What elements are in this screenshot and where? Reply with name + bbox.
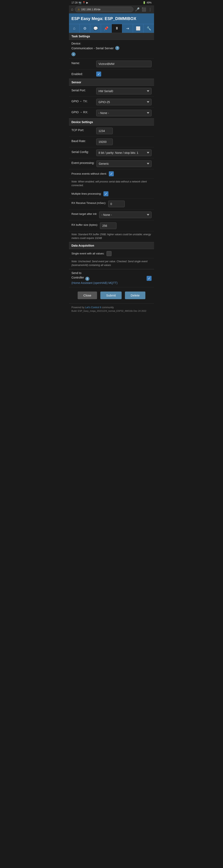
- enabled-checkbox[interactable]: ✓: [96, 71, 101, 76]
- close-button[interactable]: Close: [78, 291, 97, 299]
- name-value[interactable]: [96, 61, 151, 67]
- nav-tab-controllers[interactable]: 💬: [90, 24, 101, 33]
- warning-icon: ⚠: [78, 8, 80, 11]
- nav-tab-config[interactable]: ⚙: [80, 24, 90, 33]
- delete-button[interactable]: Delete: [125, 291, 145, 299]
- send-to-block: Send to Controller ℹ (Home Assistant (op…: [69, 269, 154, 287]
- nav-tab-tasks[interactable]: ⏸: [112, 24, 122, 33]
- action-buttons: Close Submit Delete: [69, 287, 154, 303]
- device-label: Device:: [72, 42, 151, 45]
- controller-checkbox[interactable]: ✓: [147, 276, 151, 281]
- process-events-row: Process events without client: ✓: [69, 169, 154, 179]
- footer-build: Build: ESP_Easy_mega_20221224_normal_ESP…: [72, 310, 151, 312]
- main-content: Task Settings Device: Communication - Se…: [69, 33, 154, 315]
- device-name-text: Communication - Serial Server: [72, 46, 114, 50]
- process-events-checkbox[interactable]: ✓: [109, 171, 114, 176]
- event-processing-row: Event processing: Generic MQTT P1 Telegr…: [69, 158, 154, 169]
- process-events-note: Note: When enabled, will process serial …: [69, 179, 154, 189]
- browser-home-icon[interactable]: ⌂: [71, 7, 73, 11]
- serial-config-row: Serial Config: 8 bit / parity: None / st…: [69, 147, 154, 158]
- serial-port-label: Serial Port:: [72, 88, 94, 92]
- sensor-section-header: Sensor: [69, 79, 154, 86]
- rx-buffer-label: RX buffer size (bytes):: [72, 222, 98, 226]
- browser-bar: ⌂ ⚠ 192.168.1.85/de 🎤 ⬛ ⋮: [69, 5, 154, 13]
- baud-rate-row: Baud Rate:: [69, 136, 154, 147]
- controller-info-badge[interactable]: ℹ: [85, 277, 89, 281]
- reset-target-row: Reset target after init: - None - GPIO-2…: [69, 210, 154, 220]
- single-event-checkbox[interactable]: ✓: [107, 251, 111, 256]
- gpio-tx-label: GPIO ← TX:: [72, 99, 94, 103]
- rx-timeout-label: RX Receive Timeout (mSec):: [72, 200, 106, 205]
- info-badge[interactable]: i: [72, 52, 76, 56]
- data-acquisition-section-header: Data Acquisition: [69, 242, 154, 249]
- nav-tab-rules[interactable]: ⇥: [122, 24, 133, 33]
- single-event-label: Single event with all values:: [72, 251, 105, 255]
- mic-icon[interactable]: 🎤: [135, 7, 140, 12]
- multiple-lines-label: Multiple lines processing:: [72, 191, 102, 195]
- gpio-tx-row: GPIO ← TX: GPIO-25 GPIO-26 GPIO-16 GPIO-…: [69, 97, 154, 107]
- serial-port-row: Serial Port: HW Serial0 HW Serial1 HW Se…: [69, 86, 154, 97]
- multiple-lines-checkbox[interactable]: ✓: [104, 191, 108, 196]
- status-time: 17:28 📷 📍 ▶: [72, 1, 88, 4]
- single-event-row: Single event with all values: ✓: [69, 249, 154, 258]
- device-row: Device: Communication - Serial Server ? …: [69, 40, 154, 59]
- nav-tab-tools[interactable]: 🔧: [143, 24, 154, 33]
- gpio-rx-row: GPIO → RX: - None - GPIO-25 GPIO-26 GPIO…: [69, 107, 154, 119]
- footer-powered: Powered by Let's Control It community: [72, 306, 151, 309]
- serial-config-select[interactable]: 8 bit / parity: None / stop bits: 1 8 bi…: [96, 150, 151, 156]
- tcp-port-input[interactable]: [96, 128, 113, 134]
- submit-button[interactable]: Submit: [100, 291, 121, 299]
- help-badge[interactable]: ?: [115, 46, 119, 50]
- enabled-label: Enabled:: [72, 71, 94, 76]
- controller-row: Controller ℹ (Home Assistant (openHAB) M…: [72, 276, 151, 285]
- gpio-rx-select[interactable]: - None - GPIO-25 GPIO-26 GPIO-16 GPIO-17: [96, 110, 151, 116]
- more-icon[interactable]: ⋮: [148, 7, 152, 12]
- status-icons: 🔋 49%: [143, 1, 151, 4]
- event-processing-label: Event processing:: [72, 160, 94, 164]
- task-settings-section-header: Task Settings: [69, 33, 154, 40]
- gpio-rx-label: GPIO → RX:: [72, 110, 94, 114]
- nav-tab-pinned[interactable]: 📌: [101, 24, 112, 33]
- send-to-label: Send to: [72, 271, 151, 275]
- browser-url-bar[interactable]: ⚠ 192.168.1.85/de: [75, 7, 133, 12]
- event-processing-select[interactable]: Generic MQTT P1 Telegram: [96, 160, 151, 167]
- reset-target-label: Reset target after init:: [72, 212, 97, 215]
- enabled-row: Enabled: ✓: [69, 69, 154, 79]
- name-row: Name:: [69, 59, 154, 69]
- rx-timeout-input[interactable]: [108, 200, 125, 207]
- single-event-note: Note: Unchecked: Send event per value. C…: [69, 258, 154, 269]
- controller-name: (Home Assistant (openHAB) MQTT): [72, 281, 144, 285]
- rx-buffer-row: RX buffer size (bytes):: [69, 220, 154, 231]
- device-settings-section-header: Device Settings: [69, 119, 154, 126]
- multiple-lines-row: Multiple lines processing: ✓: [69, 189, 154, 198]
- rx-buffer-input[interactable]: [100, 222, 116, 229]
- nav-tabs: ⌂ ⚙ 💬 📌 ⏸ ⇥ ⬜ 🔧: [69, 24, 154, 33]
- process-events-label: Process events without client:: [72, 171, 107, 175]
- tcp-port-row: TCP Port:: [69, 126, 154, 136]
- nav-tab-home[interactable]: ⌂: [69, 24, 80, 33]
- reset-target-select[interactable]: - None - GPIO-25 GPIO-26: [99, 212, 151, 218]
- controller-label: Controller: [72, 276, 84, 279]
- rx-timeout-row: RX Receive Timeout (mSec):: [69, 198, 154, 210]
- rx-buffer-note: Note: Standard RX buffer 256B; higher va…: [69, 231, 154, 242]
- tcp-port-label: TCP Port:: [72, 128, 94, 132]
- name-input[interactable]: [96, 61, 151, 67]
- name-label: Name:: [72, 61, 94, 65]
- baud-rate-label: Baud Rate:: [72, 138, 94, 143]
- baud-rate-input[interactable]: [96, 138, 113, 145]
- serial-config-label: Serial Config:: [72, 150, 94, 154]
- nav-tab-hardware[interactable]: ⬜: [133, 24, 144, 33]
- browser-actions: 🎤 ⬛ ⋮: [135, 7, 152, 12]
- status-bar: 17:28 📷 📍 ▶ 🔋 49%: [69, 0, 154, 5]
- cast-icon[interactable]: ⬛: [142, 7, 146, 12]
- app-header: ESP Easy Mega: ESP_DIMMIBOX: [69, 13, 154, 24]
- footer: Powered by Let's Control It community Bu…: [69, 303, 154, 315]
- serial-port-select[interactable]: HW Serial0 HW Serial1 HW Serial2 Softwar…: [96, 88, 151, 94]
- gpio-tx-select[interactable]: GPIO-25 GPIO-26 GPIO-16 GPIO-17: [96, 99, 151, 105]
